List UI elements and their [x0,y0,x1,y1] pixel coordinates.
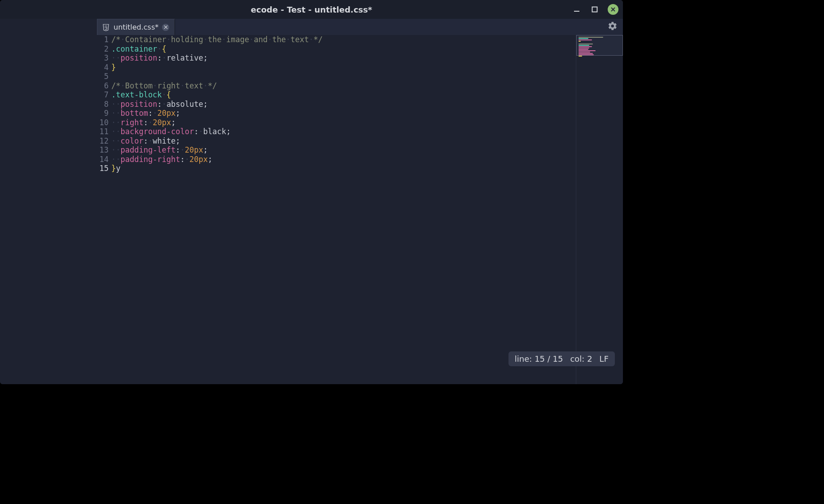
close-icon [164,25,168,29]
minimap-line [579,39,592,40]
maximize-button[interactable] [590,4,600,14]
code-line[interactable]: .container·{ [111,44,576,54]
minimap-line [579,53,593,54]
side-panel[interactable] [0,19,97,384]
minimap[interactable] [576,35,623,384]
main-area: untitled.css* 123456789101112131415 /*·C… [0,19,623,384]
code-line[interactable]: }y [111,164,576,173]
line-number[interactable]: 11 [97,127,109,136]
code-line[interactable]: ··bottom:·20px; [111,109,576,118]
line-number[interactable]: 6 [97,81,109,91]
code-line[interactable]: .text-block·{ [111,90,576,100]
close-icon [610,7,616,12]
line-number[interactable]: 15 [97,164,109,173]
window-controls [572,0,618,19]
minimap-line [579,52,590,53]
svg-rect-1 [592,7,597,12]
code-line[interactable] [111,72,576,81]
editor-column: untitled.css* 123456789101112131415 /*·C… [97,19,623,384]
minimap-line [579,56,582,57]
line-number-gutter[interactable]: 123456789101112131415 [97,35,110,384]
line-number[interactable]: 2 [97,44,109,54]
status-eol[interactable]: LF [600,354,609,364]
code-content[interactable]: /*·Container·holding·the·image·and·the·t… [110,35,576,384]
line-number[interactable]: 8 [97,100,109,109]
code-line[interactable]: ··padding-left:·20px; [111,145,576,155]
maximize-icon [592,6,598,13]
gear-icon [608,21,618,31]
code-line[interactable]: ··padding-right:·20px; [111,155,576,164]
css-file-icon [102,23,110,31]
code-line[interactable]: ··position:·absolute; [111,100,576,109]
minimap-line [579,54,594,55]
line-number[interactable]: 12 [97,136,109,146]
tab-untitled-css[interactable]: untitled.css* [97,19,175,35]
code-line[interactable]: } [111,63,576,72]
status-bar[interactable]: line: 15 / 15 col: 2 LF [508,351,615,366]
minimap-line [579,41,581,42]
code-line[interactable]: ··color:·white; [111,136,576,146]
window-title: ecode - Test - untitled.css* [251,5,372,14]
settings-button[interactable] [608,21,618,33]
line-number[interactable]: 13 [97,145,109,155]
line-number[interactable]: 3 [97,53,109,63]
code-line[interactable]: /*·Container·holding·the·image·and·the·t… [111,35,576,44]
line-number[interactable]: 4 [97,63,109,72]
status-col[interactable]: col: 2 [570,354,592,364]
minimize-button[interactable] [572,4,582,14]
minimap-line [579,46,592,47]
code-line[interactable]: /*·Bottom·right·text·*/ [111,81,576,91]
line-number[interactable]: 9 [97,109,109,118]
titlebar[interactable]: ecode - Test - untitled.css* [0,0,623,19]
tab-close-button[interactable] [162,24,169,31]
minimap-line [579,37,603,38]
minimap-line [579,48,589,48]
tab-bar[interactable]: untitled.css* [97,19,623,35]
code-line[interactable]: ··position:·relative; [111,53,576,63]
minimap-viewport[interactable] [576,35,623,56]
line-number[interactable]: 14 [97,155,109,164]
minimap-line [579,50,596,51]
status-line[interactable]: line: 15 / 15 [515,354,563,364]
app-window: ecode - Test - untitled.css* [0,0,623,384]
code-editor[interactable]: 123456789101112131415 /*·Container·holdi… [97,35,623,384]
minimap-line [579,44,593,44]
line-number[interactable]: 7 [97,90,109,100]
line-number[interactable]: 5 [97,72,109,81]
line-number[interactable]: 10 [97,118,109,127]
minimap-line [579,38,588,39]
code-line[interactable]: ··background-color:·black; [111,127,576,136]
minimize-icon [573,6,580,13]
close-button[interactable] [608,4,618,15]
line-number[interactable]: 1 [97,35,109,44]
minimap-line [579,49,588,50]
minimap-line [579,45,589,46]
code-line[interactable]: ··right:·20px; [111,118,576,127]
tab-label: untitled.css* [114,23,158,31]
